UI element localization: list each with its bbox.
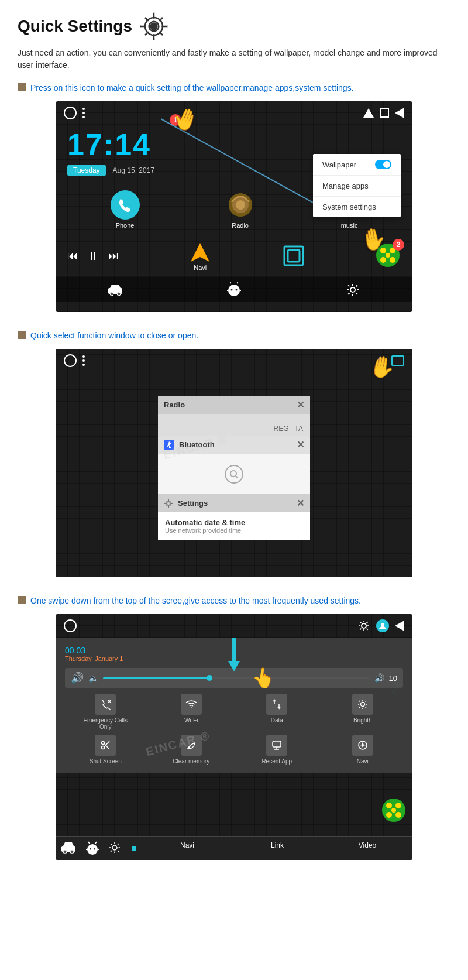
pause-icon[interactable]: ⏸	[87, 249, 99, 263]
recents-icon[interactable]	[380, 108, 389, 118]
quick-emergency[interactable]: Emergency CallsOnly	[65, 694, 146, 730]
phone-icon-bg	[111, 190, 140, 220]
rewind-icon[interactable]: ⏮	[67, 250, 78, 262]
screenshot-3: 00:03 Thursday, January 1 🔊 🔈 🔊 10	[56, 614, 412, 860]
svg-point-24	[230, 471, 236, 477]
home-icon-3[interactable]	[64, 619, 77, 632]
emergency-icon	[95, 694, 116, 715]
svg-point-22	[350, 287, 355, 292]
car-icon	[107, 283, 123, 296]
section-2: Quick select function window to close or…	[18, 330, 450, 577]
navi-label: Navi	[194, 264, 207, 271]
dropdown-wallpaper[interactable]: Wallpaper	[313, 154, 401, 176]
menu-dots-icon[interactable]	[82, 108, 85, 118]
shut-screen-label: Shut Screen	[90, 758, 122, 765]
wifi-label: Wi-Fi	[184, 717, 198, 724]
notification-icon	[363, 108, 374, 118]
settings-bottom-icon	[108, 841, 121, 854]
user-icon	[378, 622, 387, 630]
section-1-label: Press on this icon to make a quick setti…	[18, 82, 450, 94]
page-container: Quick Settings Just need an action, you …	[0, 0, 468, 889]
navi-quick-icon	[352, 735, 373, 756]
navi-app[interactable]: Navi	[188, 241, 212, 271]
svg-point-40	[395, 803, 401, 808]
section-1: Press on this icon to make a quick setti…	[18, 82, 450, 312]
dropdown-menu[interactable]: Wallpaper Manage apps System settings	[313, 154, 401, 217]
nav-settings[interactable]	[294, 277, 412, 302]
phone-xmark-icon	[100, 699, 111, 710]
nav-android[interactable]	[174, 277, 293, 302]
badge-2: 2	[393, 239, 404, 251]
back-icon[interactable]	[395, 108, 404, 118]
svg-rect-36	[273, 741, 281, 747]
quick-wifi[interactable]: Wi-Fi	[151, 694, 232, 730]
page-subtitle: Just need an action, you can convenientl…	[18, 47, 450, 71]
svg-point-31	[360, 703, 364, 707]
page-title: Quick Settings	[18, 17, 132, 36]
svg-line-25	[236, 476, 238, 478]
bullet-1	[18, 83, 26, 91]
film-icon-bg	[381, 797, 407, 825]
svg-rect-44	[232, 638, 236, 664]
recent-app-label: Recent App	[261, 758, 292, 765]
quick-recent-app[interactable]: Recent App	[236, 735, 318, 765]
android-nav-icon	[86, 841, 99, 855]
emergency-label: Emergency CallsOnly	[83, 717, 128, 730]
svg-point-52	[94, 848, 95, 850]
page-header: Quick Settings	[18, 12, 450, 41]
ss3-nav-android[interactable]	[81, 837, 104, 860]
ss3-nav-car[interactable]	[56, 837, 81, 860]
quick-data[interactable]: Data	[236, 694, 318, 730]
clear-memory-label: Clear memory	[173, 758, 209, 765]
volume-up-icon[interactable]: 🔊	[374, 673, 384, 683]
phone-label: Phone	[116, 222, 135, 229]
settings-nav-icon	[346, 283, 360, 297]
gear-status-icon[interactable]	[357, 619, 370, 632]
dropdown-manage-apps[interactable]: Manage apps	[313, 176, 401, 197]
data-icon	[266, 694, 287, 715]
phone-app[interactable]: Phone	[111, 190, 140, 229]
section-2-label: Quick select function window to close or…	[18, 330, 450, 342]
quick-clear-memory[interactable]: Clear memory	[151, 735, 232, 765]
menu-dots-icon-2[interactable]	[82, 355, 85, 366]
radio-app[interactable]: Radio	[226, 190, 255, 229]
toggle-switch[interactable]	[375, 160, 391, 169]
svg-point-27	[362, 623, 366, 628]
volume-down-icon[interactable]: 🔈	[88, 673, 98, 683]
back-icon-3[interactable]	[395, 621, 404, 631]
ss3-left-nav	[56, 837, 126, 860]
radio-window-header: Radio ✕	[158, 396, 310, 414]
home-icon-2[interactable]	[64, 354, 77, 367]
dropdown-system-settings[interactable]: System settings	[313, 197, 401, 217]
data-arrows-icon	[271, 699, 282, 710]
settings-close-btn[interactable]: ✕	[297, 498, 304, 509]
nav-car[interactable]	[56, 277, 174, 302]
bluetooth-window[interactable]: Bluetooth ✕	[158, 436, 310, 495]
ss3-nav-video[interactable]: Video	[322, 837, 412, 860]
navi-icon	[188, 241, 212, 264]
svg-marker-47	[63, 842, 74, 846]
quick-shut-screen[interactable]: Shut Screen	[65, 735, 146, 765]
radio-close-btn[interactable]: ✕	[297, 399, 304, 410]
wallpaper-area[interactable]	[282, 244, 305, 268]
date-text: Aug 15, 2017	[113, 166, 154, 174]
bullet-3	[18, 596, 26, 604]
hand-pointer-2: 🤚	[358, 225, 388, 253]
ss3-nav-link[interactable]: Link	[232, 837, 322, 860]
ss3-nav-navi[interactable]: Navi	[142, 837, 232, 860]
bluetooth-close-btn[interactable]: ✕	[297, 439, 304, 450]
ss3-nav-settings[interactable]	[104, 837, 126, 860]
quick-navi[interactable]: Navi	[322, 735, 404, 765]
forward-icon[interactable]: ⏭	[108, 250, 119, 262]
quick-brightness[interactable]: Brighth	[322, 694, 404, 730]
home-icon[interactable]	[64, 107, 77, 119]
settings-window[interactable]: Settings ✕ Automatic date & time Use net…	[158, 494, 310, 540]
svg-point-21	[235, 289, 237, 291]
recent-app-icon	[266, 735, 287, 756]
settings-window-icon	[164, 499, 173, 508]
status-bar-1	[56, 101, 412, 125]
user-avatar[interactable]	[376, 619, 389, 632]
section-3: One swipe down from the top of the scree…	[18, 595, 450, 860]
navi-quick-label: Navi	[357, 758, 369, 765]
volume-slider-fill[interactable]	[103, 677, 209, 679]
